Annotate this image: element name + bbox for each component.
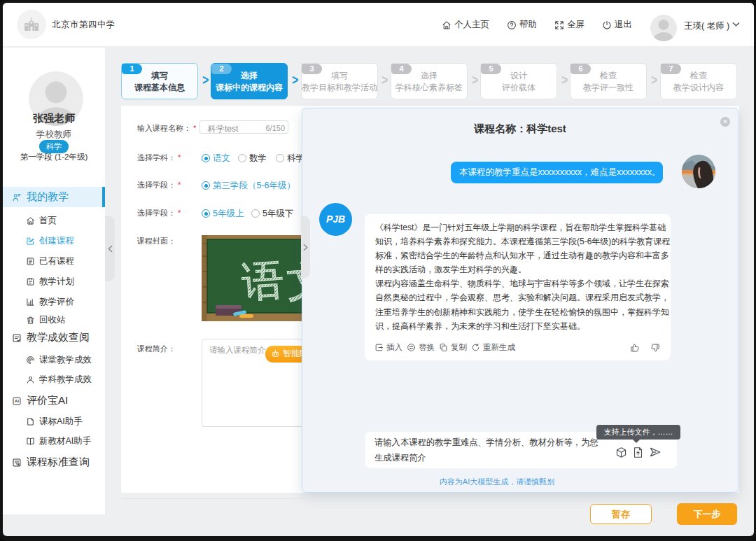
- svg-text:AI: AI: [15, 399, 19, 403]
- svg-text:语: 语: [240, 257, 285, 306]
